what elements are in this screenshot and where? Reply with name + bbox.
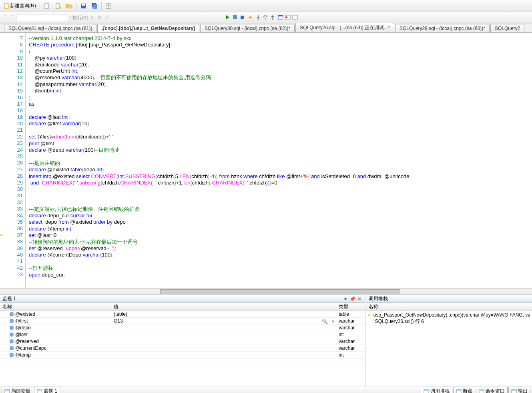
variable-icon: [10, 312, 14, 316]
execute-label: 执行(X): [72, 15, 88, 20]
separator: [101, 2, 102, 10]
col-value[interactable]: 值: [111, 303, 336, 310]
svg-point-11: [3, 15, 7, 16]
col-name[interactable]: 名称: [0, 303, 111, 310]
breakpoints-button[interactable]: [285, 14, 291, 22]
svg-point-17: [257, 18, 259, 20]
step-into-button[interactable]: [255, 14, 261, 22]
document-tab[interactable]: SQLQuery2: [490, 24, 524, 32]
variable-icon: [10, 339, 14, 343]
bottom-tab[interactable]: 断点: [453, 387, 475, 393]
watch-grid-body: @existed(table)table@firstG13-🔍▾varchar@…: [0, 311, 365, 387]
watch-row[interactable]: @firstG13-🔍▾varchar: [0, 318, 365, 325]
watch-row[interactable]: @currentDepovarchar: [0, 345, 365, 352]
windows-button[interactable]: [277, 14, 284, 22]
panel-icon: [456, 389, 462, 393]
new-file-button[interactable]: [42, 2, 52, 10]
svg-rect-15: [235, 15, 237, 19]
pause-button[interactable]: [232, 14, 238, 22]
breakpoint-icon: [285, 14, 291, 20]
watch-row[interactable]: @reservedvarchar: [0, 338, 365, 345]
save-all-button[interactable]: [89, 2, 100, 10]
variable-icon: [10, 333, 14, 337]
parse-button: [104, 14, 110, 22]
toolbar-btn: [125, 14, 132, 22]
toolbar-btn: [111, 14, 117, 22]
pin-icon[interactable]: 📌: [349, 296, 355, 302]
close-icon[interactable]: ✕: [357, 296, 362, 302]
document-tab[interactable]: SQLQuery29.sql - (local).cnpc (sa (80))*: [395, 24, 490, 32]
step-next-button[interactable]: [247, 14, 253, 22]
document-tab[interactable]: SQLQuery31.sql - (local).cnpc (sa (81)): [4, 24, 96, 32]
bottom-tab[interactable]: 监视 1: [34, 387, 60, 393]
check-icon: [104, 14, 110, 20]
horizontal-scrollbar[interactable]: [0, 288, 532, 295]
step-out-button[interactable]: [269, 14, 276, 22]
watch-row[interactable]: @tempint: [0, 352, 365, 359]
panel-icon: [511, 389, 517, 393]
col-type[interactable]: 类型: [336, 303, 360, 310]
debug-button: [89, 14, 96, 22]
callstack-title: 调用堆栈: [369, 295, 388, 302]
toolbar-main: 新建查询(N): [0, 0, 532, 12]
bottom-tab[interactable]: 调用堆栈: [421, 387, 452, 393]
bottom-tab[interactable]: 命令窗口: [476, 387, 508, 393]
separator: [40, 2, 40, 10]
callstack-title-bar: 调用堆栈: [366, 295, 532, 303]
separator: [76, 2, 76, 10]
step-over-icon: [262, 14, 269, 20]
document-tab[interactable]: .[cnpc].[dbo].[usp...t_GetNewDepositary]: [97, 24, 199, 32]
toolbar-btn: [169, 14, 175, 22]
svg-rect-36: [512, 389, 516, 391]
panel-icon: [37, 389, 42, 393]
database-combo[interactable]: [16, 14, 68, 22]
stop-debug-button[interactable]: [239, 14, 245, 22]
arrow-right-icon: [247, 14, 253, 20]
callstack-row[interactable]: ➪usp_Passport_GetNewDepositary(..cnpc)(v…: [368, 312, 530, 318]
variable-icon: [10, 353, 14, 357]
open-icon: [66, 3, 72, 9]
watch-grid-header: 名称 值 类型: [0, 303, 365, 311]
document-tab[interactable]: SQLQuery26.sql - (...(sa (63)) 正在调试...*: [295, 23, 394, 32]
svg-rect-28: [37, 389, 42, 391]
dropdown-icon[interactable]: ▾: [332, 319, 334, 324]
stop-icon: [96, 14, 103, 20]
table-button[interactable]: [103, 2, 114, 10]
save-button[interactable]: [78, 2, 88, 10]
dropdown-icon[interactable]: ▾: [343, 296, 348, 302]
current-line-arrow: ➪: [0, 232, 4, 238]
callstack-panel: 调用堆栈 名称 ➪usp_Passport_GetNewDepositary(.…: [366, 295, 532, 387]
watch-row[interactable]: @depovarchar: [0, 325, 365, 331]
output-icon: [292, 14, 298, 20]
bottom-tab[interactable]: 输出: [508, 387, 530, 393]
bottom-tab[interactable]: 局部变量: [2, 387, 33, 393]
new-query-button[interactable]: 新建查询(N): [2, 1, 38, 10]
execute-button: ! 执行(X): [70, 14, 88, 21]
toolbar-sql: ! 执行(X): [0, 12, 532, 24]
scrollbar-thumb[interactable]: [160, 289, 400, 294]
callstack-body: ➪usp_Passport_GetNewDepositary(..cnpc)(v…: [366, 311, 532, 387]
bottom-tab-strip: 局部变量监视 1 调用堆栈断点命令窗口输出: [0, 387, 532, 393]
svg-rect-1: [45, 4, 48, 8]
document-tab[interactable]: SQLQuery30.sql - (local).cnpc (sa (82))*: [200, 24, 295, 32]
svg-point-19: [272, 18, 273, 20]
magnifier-icon[interactable]: 🔍: [322, 319, 328, 324]
new-folder-button[interactable]: [53, 2, 63, 10]
watch-row[interactable]: @lastint: [0, 331, 365, 338]
callstack-row[interactable]: SQLQuery26.sql() 行 6: [368, 318, 530, 325]
code-editor[interactable]: ➪ 78910111213141516171819202122232425262…: [0, 33, 532, 288]
step-over-button[interactable]: [262, 14, 269, 22]
svg-rect-5: [82, 4, 85, 6]
open-button[interactable]: [64, 2, 74, 10]
toolbar-btn: [176, 14, 182, 22]
output-button[interactable]: [292, 14, 298, 22]
watch-title: 监视 1: [2, 295, 16, 302]
svg-rect-7: [93, 4, 97, 8]
watch-row[interactable]: @existed(table)table: [0, 311, 365, 318]
file-icon: [44, 3, 50, 9]
code-content[interactable]: --version 1.1.0 last changed 2014-7-4 by…: [26, 33, 532, 288]
step-into-icon: [255, 14, 261, 20]
watch-row-empty[interactable]: [0, 359, 365, 365]
continue-button[interactable]: [225, 14, 231, 22]
watch-panel: 监视 1 ▾ 📌 ✕ 名称 值 类型 @existed(table)table@…: [0, 295, 366, 387]
